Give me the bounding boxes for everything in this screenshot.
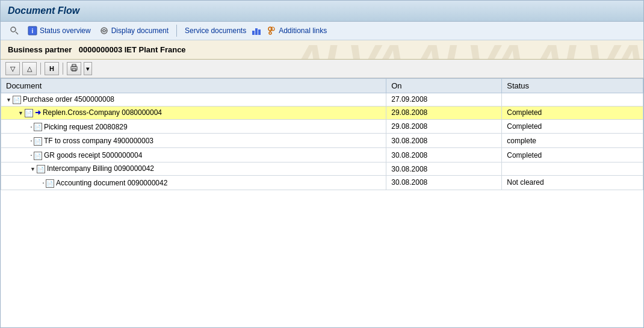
sort-button[interactable]: △: [22, 62, 37, 75]
bullet-icon: ·: [30, 135, 33, 145]
doc-text: TF to cross company 4900000003: [44, 137, 153, 145]
status-cell: Completed: [502, 106, 643, 119]
info-icon: i: [28, 26, 37, 36]
doc-text: Accounting document 0090000042: [56, 179, 167, 187]
date-cell: 30.08.2008: [386, 175, 502, 190]
status-overview-button[interactable]: i Status overview: [25, 25, 94, 37]
search-icon: [10, 26, 19, 36]
doc-icon: 📄: [34, 123, 42, 131]
bar-chart-icon: [252, 26, 261, 36]
hold-button[interactable]: H: [45, 62, 59, 75]
hold-icon: H: [49, 65, 54, 72]
table-row[interactable]: ▼📄Purchase order 450000000827.09.2008: [1, 93, 643, 107]
expand-icon[interactable]: ▼: [6, 97, 11, 103]
svg-point-11: [271, 27, 274, 31]
doc-cell: ·📄Accounting document 0090000042: [1, 175, 386, 190]
document-table: Document On Status ▼📄Purchase order 4500…: [1, 78, 643, 190]
status-cell: complete: [502, 134, 643, 148]
date-cell: 29.08.2008: [386, 119, 502, 134]
print-button[interactable]: [67, 62, 81, 75]
links-icon: [267, 26, 276, 36]
status-cell: Completed: [502, 119, 643, 134]
filter-icon: ▽: [10, 65, 15, 73]
table-header-row: Document On Status: [1, 79, 643, 93]
title-bar: Document Flow: [1, 1, 643, 22]
status-cell: Completed: [502, 148, 643, 162]
doc-icon: 📄: [34, 137, 42, 146]
business-partner-value: 0000000003 IET Plant France: [79, 45, 186, 54]
document-table-container: Document On Status ▼📄Purchase order 4500…: [1, 78, 643, 190]
business-partner-bar: ALVA ALVA ALVA Business partner 00000000…: [1, 40, 643, 60]
watermark: ALVA ALVA ALVA: [291, 40, 643, 60]
bullet-icon: ·: [30, 150, 33, 159]
doc-cell: ▼📄Intercompany Billing 0090000042: [1, 162, 386, 176]
table-row[interactable]: ·📄Picking request 2008082929.08.2008Comp…: [1, 119, 643, 134]
svg-rect-8: [252, 31, 255, 35]
additional-links-label: Additional links: [279, 26, 327, 35]
bullet-icon: ·: [30, 122, 33, 131]
table-row[interactable]: ·📄Accounting document 009000004230.08.20…: [1, 175, 643, 190]
doc-cell: ·📄GR goods receipt 5000000004: [1, 148, 386, 162]
service-documents-label: Service documents: [185, 26, 246, 35]
col-header-on: On: [386, 79, 502, 93]
svg-text:i: i: [32, 28, 34, 34]
status-cell: Not cleared: [502, 175, 643, 190]
status-cell: [502, 162, 643, 176]
separator-2: [40, 63, 41, 75]
svg-point-0: [11, 27, 16, 32]
date-cell: 29.08.2008: [386, 106, 502, 119]
print-dropdown-button[interactable]: ▾: [84, 62, 92, 75]
doc-text: GR goods receipt 5000000004: [44, 151, 142, 159]
page-title: Document Flow: [8, 5, 636, 16]
status-cell: [502, 93, 643, 107]
doc-icon: 📄: [25, 109, 33, 117]
doc-cell: ▼📄➜Replen.Cross-Company 0080000004: [1, 106, 386, 119]
doc-cell: ▼📄Purchase order 4500000008: [1, 93, 386, 107]
search-button[interactable]: [7, 25, 22, 37]
svg-line-1: [16, 32, 18, 34]
service-documents-button[interactable]: Service documents: [182, 25, 249, 36]
col-header-status: Status: [502, 79, 643, 93]
business-partner-label: Business partner: [8, 45, 72, 54]
doc-text: Replen.Cross-Company 0080000004: [43, 108, 162, 117]
svg-rect-10: [258, 29, 261, 35]
arrow-icon: ➜: [35, 108, 41, 117]
svg-point-5: [103, 29, 105, 32]
doc-icon: 📄: [46, 179, 54, 188]
date-cell: 30.08.2008: [386, 162, 502, 176]
filter-button[interactable]: ▽: [5, 62, 20, 75]
expand-icon[interactable]: ▼: [30, 166, 36, 172]
display-document-label: Display document: [111, 26, 169, 35]
date-cell: 27.09.2008: [386, 93, 502, 107]
date-cell: 30.08.2008: [386, 134, 502, 148]
additional-links-button[interactable]: Additional links: [264, 25, 330, 37]
table-row[interactable]: ▼📄Intercompany Billing 009000004230.08.2…: [1, 162, 643, 176]
svg-rect-9: [255, 28, 258, 35]
dropdown-arrow-icon: ▾: [86, 65, 90, 73]
doc-text: Intercompany Billing 0090000042: [47, 164, 154, 173]
bullet-icon: ·: [42, 178, 45, 187]
action-bar: ▽ △ H ▾: [1, 60, 643, 78]
display-document-button[interactable]: Display document: [96, 25, 172, 37]
doc-text: Picking request 20080829: [44, 123, 128, 131]
toolbar: i Status overview Display document Servi…: [1, 22, 643, 40]
separator-1: [176, 25, 177, 37]
print-icon: [70, 64, 78, 73]
display-doc-icon: [99, 26, 109, 36]
table-row[interactable]: ▼📄➜Replen.Cross-Company 008000000429.08.…: [1, 106, 643, 119]
col-header-document: Document: [1, 79, 386, 93]
sort-icon: △: [27, 65, 32, 73]
doc-icon: 📄: [37, 165, 45, 173]
separator-3: [63, 63, 63, 75]
expand-icon[interactable]: ▼: [18, 110, 23, 116]
doc-cell: ·📄Picking request 20080829: [1, 119, 386, 134]
doc-cell: ·📄TF to cross company 4900000003: [1, 134, 386, 148]
doc-icon: 📄: [34, 152, 42, 160]
status-overview-label: Status overview: [40, 26, 91, 35]
doc-icon: 📄: [13, 96, 21, 104]
document-flow-window: Document Flow i Status overview: [0, 0, 644, 328]
table-row[interactable]: ·📄TF to cross company 490000000330.08.20…: [1, 134, 643, 148]
date-cell: 30.08.2008: [386, 148, 502, 162]
table-row[interactable]: ·📄GR goods receipt 500000000430.08.2008C…: [1, 148, 643, 162]
doc-text: Purchase order 4500000008: [23, 95, 114, 104]
